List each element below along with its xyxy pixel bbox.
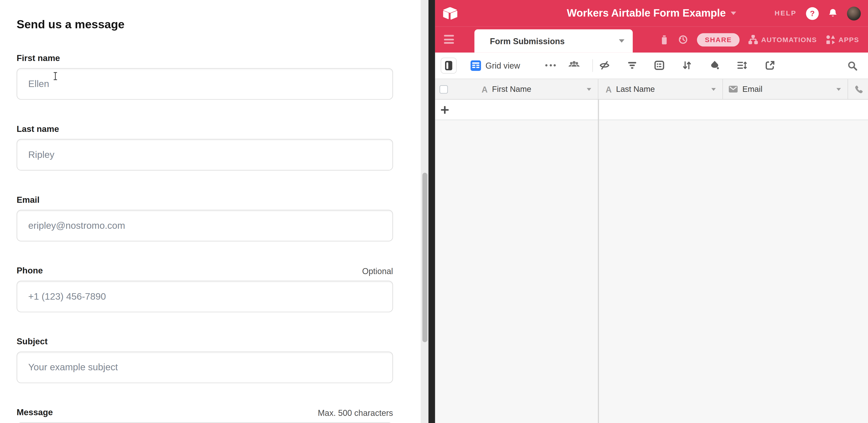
question-mark-icon[interactable]: ? (806, 7, 818, 20)
sort-icon[interactable] (682, 60, 692, 70)
column-header-phone[interactable]: P (848, 79, 868, 99)
automations-icon (748, 35, 758, 44)
color-icon[interactable] (710, 60, 720, 70)
sidebar-panel-icon (444, 60, 453, 71)
share-button[interactable]: SHARE (697, 33, 740, 46)
email-field-type-icon (728, 85, 738, 93)
group-icon[interactable] (654, 60, 664, 70)
text-field-type-icon: A (606, 85, 612, 93)
phone-field-type-icon (854, 85, 863, 93)
chevron-down-icon[interactable] (587, 88, 591, 90)
chevron-down-icon[interactable] (711, 88, 716, 90)
airtable-tabbar: Form Submissions SHARE (435, 27, 868, 53)
page-scrollbar[interactable] (421, 0, 429, 423)
last-name-label: Last name (17, 124, 59, 134)
column-header-last-name[interactable]: A Last Name (598, 79, 723, 99)
view-options-ellipsis-icon[interactable] (545, 64, 556, 66)
row-height-icon[interactable] (737, 60, 747, 70)
phone-group: Phone Optional (17, 266, 393, 312)
chevron-down-icon[interactable] (836, 88, 841, 90)
question-glyph: ? (810, 9, 815, 18)
frozen-column-separator (598, 99, 599, 423)
ibeam-cursor-icon (53, 72, 58, 80)
grid-header-row: A First Name A Last Name Email (435, 79, 868, 100)
subject-label: Subject (17, 337, 48, 346)
chevron-down-icon (731, 12, 736, 15)
message-max-chars-hint: Max. 500 characters (318, 408, 393, 418)
page-scrollbar-thumb[interactable] (422, 173, 427, 342)
contact-form: Send us a message First name Last name E… (17, 18, 393, 423)
base-title-text: Workers Airtable Form Example (567, 7, 725, 19)
toolbar-divider (592, 59, 593, 72)
window-divider (429, 0, 435, 423)
base-title[interactable]: Workers Airtable Form Example (567, 0, 736, 27)
airtable-topbar: Workers Airtable Form Example HELP ? (435, 0, 868, 27)
apps-button[interactable]: APPS (826, 35, 859, 44)
column-label: Email (742, 85, 763, 93)
column-label: Last Name (616, 85, 655, 93)
email-group: Email (17, 195, 393, 241)
message-group: Message Max. 500 characters (17, 407, 393, 423)
tables-menu-icon[interactable] (444, 35, 454, 44)
email-label: Email (17, 195, 39, 205)
airtable-logo-icon[interactable] (442, 7, 458, 20)
contact-form-page: Send us a message First name Last name E… (0, 0, 421, 423)
apps-icon (826, 35, 835, 44)
collaborators-icon[interactable] (568, 60, 580, 71)
first-name-group: First name (17, 53, 393, 100)
last-name-input[interactable] (17, 139, 393, 171)
user-avatar[interactable] (847, 6, 861, 20)
message-label: Message (17, 407, 53, 418)
grid-empty-area (435, 120, 868, 423)
airtable-window: Workers Airtable Form Example HELP ? For… (435, 0, 868, 423)
phone-optional-hint: Optional (362, 266, 393, 276)
apps-label: APPS (839, 36, 859, 43)
add-record-row[interactable] (435, 100, 868, 120)
email-input[interactable] (17, 210, 393, 241)
add-record-plus-icon[interactable] (440, 105, 450, 115)
hide-fields-icon[interactable] (599, 60, 610, 70)
table-tab-form-submissions[interactable]: Form Submissions (474, 29, 633, 53)
trash-icon[interactable] (660, 34, 669, 44)
subject-group: Subject (17, 337, 393, 383)
view-sidebar-toggle-button[interactable] (441, 58, 457, 73)
phone-label: Phone (17, 266, 43, 276)
column-header-first-name[interactable]: A First Name (435, 79, 598, 99)
notifications-bell-icon[interactable] (828, 8, 838, 18)
grid-view-icon[interactable] (471, 60, 481, 71)
filter-icon[interactable] (627, 60, 637, 70)
last-name-group: Last name (17, 124, 393, 171)
table-tab-label: Form Submissions (490, 36, 565, 46)
chevron-down-icon (619, 39, 624, 42)
help-button[interactable]: HELP (775, 9, 797, 17)
view-toolbar: Grid view (435, 53, 868, 79)
column-label: First Name (492, 85, 531, 93)
search-icon[interactable] (847, 61, 858, 71)
screen: Send us a message First name Last name E… (0, 0, 868, 423)
view-name-label[interactable]: Grid view (486, 53, 520, 79)
history-icon[interactable] (678, 34, 688, 45)
column-header-email[interactable]: Email (723, 79, 848, 99)
first-name-input[interactable] (17, 68, 393, 100)
form-title: Send us a message (17, 18, 393, 31)
first-name-label: First name (17, 53, 60, 63)
automations-label: AUTOMATIONS (761, 36, 817, 43)
automations-button[interactable]: AUTOMATIONS (748, 35, 817, 44)
subject-input[interactable] (17, 352, 393, 383)
share-view-icon[interactable] (765, 60, 775, 70)
phone-input[interactable] (17, 281, 393, 312)
text-field-type-icon: A (482, 85, 488, 93)
